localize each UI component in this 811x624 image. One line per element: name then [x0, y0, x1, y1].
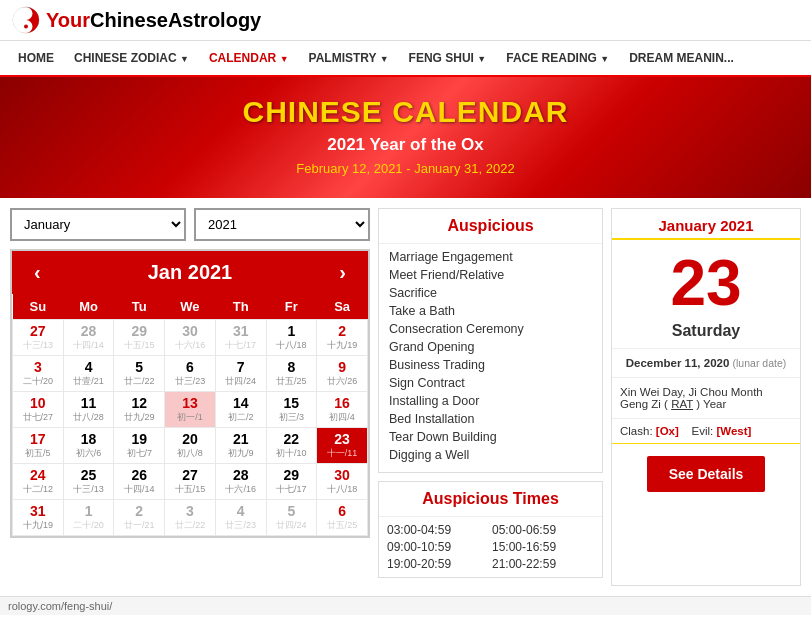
calendar-day[interactable]: 10廿七/27: [13, 392, 64, 428]
calendar-day[interactable]: 5廿四/24: [266, 500, 317, 536]
year-select[interactable]: 20192020202120222023: [194, 208, 370, 241]
calendar-day[interactable]: 5廿二/22: [114, 356, 165, 392]
calendar-day[interactable]: 27十五/15: [165, 464, 216, 500]
calendar-day[interactable]: 19初七/7: [114, 428, 165, 464]
calendar-day[interactable]: 28十四/14: [63, 320, 114, 356]
calendar-day[interactable]: 3廿二/22: [165, 500, 216, 536]
calendar-day[interactable]: 1十八/18: [266, 320, 317, 356]
next-month-button[interactable]: ›: [331, 259, 354, 286]
lunar-date: December 11, 2020: [626, 357, 730, 369]
calendar-day[interactable]: 8廿五/25: [266, 356, 317, 392]
auspicious-time: 21:00-22:59: [492, 557, 594, 571]
day-number: 28: [218, 467, 264, 483]
calendar-day[interactable]: 11廿八/28: [63, 392, 114, 428]
day-header-fr: Fr: [266, 294, 317, 320]
day-number: 25: [66, 467, 112, 483]
see-details-button[interactable]: See Details: [647, 456, 766, 492]
day-number: 16: [319, 395, 365, 411]
lunar-day: 初三/3: [269, 411, 315, 424]
nav-calendar[interactable]: CALENDAR ▼: [199, 41, 299, 75]
calendar-day[interactable]: 14初二/2: [215, 392, 266, 428]
calendar-day[interactable]: 30十八/18: [317, 464, 368, 500]
lunar-day: 二十/20: [15, 375, 61, 388]
calendar-day[interactable]: 31十九/19: [13, 500, 64, 536]
calendar-day[interactable]: 4廿三/23: [215, 500, 266, 536]
calendar-day[interactable]: 23十一/11: [317, 428, 368, 464]
calendar-day[interactable]: 29十五/15: [114, 320, 165, 356]
calendar-day[interactable]: 27十三/13: [13, 320, 64, 356]
detail-section: January 2021 23 Saturday December 11, 20…: [611, 208, 801, 586]
calendar-day[interactable]: 3二十/20: [13, 356, 64, 392]
day-number: 24: [15, 467, 61, 483]
calendar-day[interactable]: 12廿九/29: [114, 392, 165, 428]
auspicious-time: 15:00-16:59: [492, 540, 594, 554]
nav-face-reading[interactable]: FACE READING ▼: [496, 41, 619, 75]
day-number: 4: [218, 503, 264, 519]
lunar-day: 二十/20: [66, 519, 112, 532]
calendar-day[interactable]: 13初一/1: [165, 392, 216, 428]
calendar-day[interactable]: 2廿一/21: [114, 500, 165, 536]
calendar-day[interactable]: 30十六/16: [165, 320, 216, 356]
detail-day-info: Xin Wei Day, Ji Chou Month Geng Zi ( RAT…: [612, 378, 800, 419]
calendar-day[interactable]: 16初四/4: [317, 392, 368, 428]
calendar-day[interactable]: 17初五/5: [13, 428, 64, 464]
lunar-day: 初一/1: [167, 411, 213, 424]
auspicious-item: Marriage Engagement: [389, 248, 592, 266]
nav-dream-meaning[interactable]: DREAM MEANIN...: [619, 41, 744, 75]
auspicious-time: 09:00-10:59: [387, 540, 489, 554]
nav-home[interactable]: HOME: [8, 41, 64, 75]
lunar-label: (lunar date): [733, 357, 787, 369]
auspicious-time: 19:00-20:59: [387, 557, 489, 571]
prev-month-button[interactable]: ‹: [26, 259, 49, 286]
lunar-day: 十六/16: [167, 339, 213, 352]
main-nav: HOME CHINESE ZODIAC ▼ CALENDAR ▼ PALMIST…: [0, 41, 811, 77]
nav-palmistry[interactable]: PALMISTRY ▼: [299, 41, 399, 75]
auspicious-times-grid: 03:00-04:5905:00-06:5909:00-10:5915:00-1…: [379, 517, 602, 577]
nav-feng-shui[interactable]: FENG SHUI ▼: [399, 41, 497, 75]
day-number: 31: [218, 323, 264, 339]
month-select[interactable]: JanuaryFebruaryMarch AprilMayJune JulyAu…: [10, 208, 186, 241]
lunar-day: 十八/18: [269, 339, 315, 352]
lunar-day: 十二/12: [15, 483, 61, 496]
day-number: 17: [15, 431, 61, 447]
lunar-day: 初五/5: [15, 447, 61, 460]
calendar-day[interactable]: 6廿三/23: [165, 356, 216, 392]
day-number: 23: [319, 431, 365, 447]
auspicious-item: Sacrifice: [389, 284, 592, 302]
calendar-day[interactable]: 6廿五/25: [317, 500, 368, 536]
calendar-day[interactable]: 22初十/10: [266, 428, 317, 464]
calendar-day[interactable]: 7廿四/24: [215, 356, 266, 392]
detail-month-year: January 2021: [612, 209, 800, 240]
nav-arrow: ▼: [600, 54, 609, 64]
calendar-widget: ‹ Jan 2021 › Su Mo Tu We Th Fr Sa 27十三: [10, 249, 370, 538]
day-number: 11: [66, 395, 112, 411]
calendar-day[interactable]: 25十三/13: [63, 464, 114, 500]
detail-lunar: December 11, 2020 (lunar date): [612, 349, 800, 378]
lunar-day: 初七/7: [116, 447, 162, 460]
lunar-day: 十四/14: [66, 339, 112, 352]
calendar-day[interactable]: 28十六/16: [215, 464, 266, 500]
calendar-day[interactable]: 24十二/12: [13, 464, 64, 500]
calendar-day[interactable]: 26十四/14: [114, 464, 165, 500]
lunar-day: 初四/4: [319, 411, 365, 424]
nav-chinese-zodiac[interactable]: CHINESE ZODIAC ▼: [64, 41, 199, 75]
day-number: 2: [319, 323, 365, 339]
main-content: JanuaryFebruaryMarch AprilMayJune JulyAu…: [0, 198, 811, 596]
calendar-day[interactable]: 29十七/17: [266, 464, 317, 500]
auspicious-times-title: Auspicious Times: [379, 482, 602, 517]
calendar-day[interactable]: 31十七/17: [215, 320, 266, 356]
calendar-day[interactable]: 18初六/6: [63, 428, 114, 464]
calendar-day[interactable]: 15初三/3: [266, 392, 317, 428]
calendar-day[interactable]: 2十九/19: [317, 320, 368, 356]
lunar-day: 廿七/27: [15, 411, 61, 424]
auspicious-section: Auspicious Marriage EngagementMeet Frien…: [378, 208, 603, 586]
calendar-day[interactable]: 1二十/20: [63, 500, 114, 536]
lunar-day: 十六/16: [218, 483, 264, 496]
lunar-day: 十七/17: [269, 483, 315, 496]
day-number: 4: [66, 359, 112, 375]
calendar-day[interactable]: 21初九/9: [215, 428, 266, 464]
calendar-day[interactable]: 9廿六/26: [317, 356, 368, 392]
calendar-day[interactable]: 4廿壹/21: [63, 356, 114, 392]
calendar-selectors: JanuaryFebruaryMarch AprilMayJune JulyAu…: [10, 208, 370, 241]
calendar-day[interactable]: 20初八/8: [165, 428, 216, 464]
